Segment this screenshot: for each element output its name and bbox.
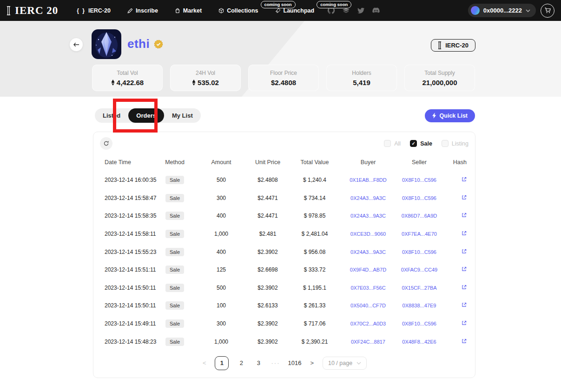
cell-buyer-address[interactable]: 0X9F4D...AB7D xyxy=(345,267,391,272)
cell-unit-price: $2.3902 xyxy=(251,285,284,291)
brand-logo[interactable]: IERC 20 xyxy=(7,5,58,17)
cell-seller-address[interactable]: 0XFAC9...CC49 xyxy=(391,267,447,272)
nav-item-label: IERC-20 xyxy=(88,7,111,14)
next-page-button[interactable]: > xyxy=(309,359,315,366)
tab-my-list[interactable]: My List xyxy=(164,108,201,123)
wallet-button[interactable]: 0x0000...2222 xyxy=(468,4,536,17)
twitter-icon[interactable] xyxy=(357,7,365,14)
filter-sale[interactable]: ✓ Sale xyxy=(410,140,432,147)
stat-card-total-supply: Total Supply 21,000,000 xyxy=(404,65,475,91)
page-size-select[interactable]: 10 / page xyxy=(323,357,367,370)
external-link-icon[interactable] xyxy=(462,320,467,326)
stat-label: Total Supply xyxy=(424,70,455,76)
cell-hash xyxy=(447,320,469,327)
cell-seller-address[interactable]: 0X48F8...42E6 xyxy=(391,339,447,345)
brand-logo-text: IERC 20 xyxy=(15,5,58,17)
cell-seller-address[interactable]: 0X8838...47E9 xyxy=(391,303,447,308)
standard-badge[interactable]: IERC-20 xyxy=(431,39,475,52)
cell-seller-address[interactable]: 0X8F10...C596 xyxy=(391,249,447,255)
nav-item-inscribe[interactable]: Inscribe xyxy=(127,7,158,14)
prev-page-button[interactable]: < xyxy=(202,359,207,366)
cell-unit-price: $2.4808 xyxy=(251,177,284,183)
table-row: 2023-12-14 15:58:11 Sale 1,000 $2.481 $ … xyxy=(93,225,475,243)
nav-item-collections[interactable]: Collectionscoming soon xyxy=(218,7,258,14)
stat-card-floor-price: Floor Price $2.4808 xyxy=(248,65,319,91)
cell-seller-address[interactable]: 0X8F10...C596 xyxy=(391,321,447,326)
cell-buyer-address[interactable]: 0XCE3D...9060 xyxy=(345,231,391,237)
external-link-icon[interactable] xyxy=(462,339,467,344)
table-row: 2023-12-14 15:49:11 Sale 300 $2.3902 $ 7… xyxy=(93,315,475,333)
verified-badge-icon xyxy=(154,40,163,49)
cell-unit-price: $2.3902 xyxy=(251,249,284,255)
wallet-address: 0x0000...2222 xyxy=(483,7,522,14)
external-link-icon[interactable] xyxy=(462,249,467,254)
stat-value-text: 21,000,000 xyxy=(422,79,457,86)
external-link-icon[interactable] xyxy=(462,231,467,236)
cell-seller-address[interactable]: 0XF7EA...4E70 xyxy=(391,231,447,237)
nav-item-launchpad[interactable]: Launchpadcoming soon xyxy=(275,7,315,14)
checkbox-icon[interactable]: ✓ xyxy=(384,140,391,147)
table-row: 2023-12-14 15:50:11 Sale 100 $2.6133 $ 2… xyxy=(93,297,475,315)
page-button-3[interactable]: 3 xyxy=(254,359,263,366)
cell-buyer-address[interactable]: 0X1EAB...F8DD xyxy=(345,177,391,183)
cell-seller-address[interactable]: 0X8F10...C596 xyxy=(391,177,447,183)
refresh-button[interactable] xyxy=(100,137,112,150)
method-badge: Sale xyxy=(165,176,184,184)
tab-listed[interactable]: Listed xyxy=(95,108,128,123)
stat-value-text: $2.4808 xyxy=(271,79,296,86)
page-button-1016[interactable]: 1016 xyxy=(288,359,301,366)
cart-button[interactable] xyxy=(541,4,554,18)
back-button[interactable] xyxy=(70,38,83,51)
nav-item-ierc-20[interactable]: { } IERC-20 xyxy=(77,7,111,14)
quick-list-button[interactable]: Quick List xyxy=(425,109,475,122)
cell-method: Sale xyxy=(158,319,191,328)
checkbox-icon[interactable]: ✓ xyxy=(442,140,449,147)
cell-buyer-address[interactable]: 0XF24C...8817 xyxy=(345,339,391,345)
page-button-1[interactable]: 1 xyxy=(215,356,229,370)
cell-date-time: 2023-12-14 15:50:11 xyxy=(100,302,158,309)
stat-value: $2.4808 xyxy=(271,79,296,86)
cell-seller-address[interactable]: 0X86D7...6A9D xyxy=(391,213,447,219)
checkbox-icon[interactable]: ✓ xyxy=(410,140,417,147)
column-header-method: Method xyxy=(158,159,191,166)
column-header-hash: Hash xyxy=(447,159,469,166)
cell-total-value: $ 978.85 xyxy=(284,213,345,219)
nav-item-label: Inscribe xyxy=(136,7,158,14)
filter-listing[interactable]: ✓ Listing xyxy=(442,140,469,147)
cell-total-value: $ 734.14 xyxy=(284,195,345,201)
external-link-icon[interactable] xyxy=(462,266,467,272)
external-link-icon[interactable] xyxy=(462,195,467,200)
discord-icon[interactable] xyxy=(372,7,380,15)
filter-all[interactable]: ✓ All xyxy=(384,140,401,147)
external-link-icon[interactable] xyxy=(462,177,467,182)
braces-icon: { } xyxy=(77,7,86,14)
cell-unit-price: $2.6698 xyxy=(251,266,284,273)
nav-item-market[interactable]: Market xyxy=(175,7,202,14)
cell-buyer-address[interactable]: 0X24A3...9A3C xyxy=(345,249,391,255)
cell-amount: 300 xyxy=(191,195,251,201)
method-badge: Sale xyxy=(165,194,184,202)
tab-orders[interactable]: Orders xyxy=(128,108,164,123)
method-badge: Sale xyxy=(165,338,184,346)
cell-amount: 1,000 xyxy=(191,231,251,237)
external-link-icon[interactable] xyxy=(462,302,467,307)
app-root: IERC 20 { } IERC-20 Inscribe Market Coll… xyxy=(0,0,561,392)
lightning-icon xyxy=(432,113,436,119)
external-link-icon[interactable] xyxy=(462,285,467,290)
chevron-down-icon xyxy=(526,9,530,12)
cell-buyer-address[interactable]: 0X7E03...F56C xyxy=(345,285,391,291)
stat-value-text: 535.02 xyxy=(198,79,219,86)
pen-icon xyxy=(127,8,133,13)
cell-seller-address[interactable]: 0X15CF...27BA xyxy=(391,285,447,291)
stat-label: Total Vol xyxy=(117,70,138,76)
cell-buyer-address[interactable]: 0X70C2...A0D3 xyxy=(345,321,391,326)
cell-seller-address[interactable]: 0X8F10...C596 xyxy=(391,195,447,201)
page-button-2[interactable]: 2 xyxy=(237,359,246,366)
cell-amount: 400 xyxy=(191,249,251,255)
cell-buyer-address[interactable]: 0X24A3...9A3C xyxy=(345,213,391,219)
cell-buyer-address[interactable]: 0X24A3...9A3C xyxy=(345,195,391,201)
stat-label: Floor Price xyxy=(270,70,297,76)
arrow-left-icon xyxy=(73,42,79,47)
cell-buyer-address[interactable]: 0X5040...CF7D xyxy=(345,303,391,308)
external-link-icon[interactable] xyxy=(462,213,467,218)
